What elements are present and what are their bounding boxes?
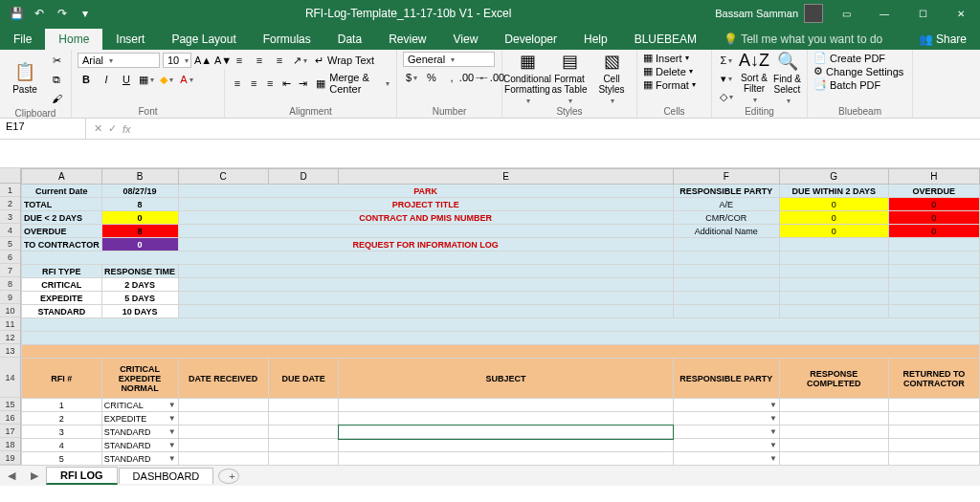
inc-decimal-icon[interactable]: .00→ bbox=[463, 69, 480, 86]
align-top-icon[interactable]: ≡ bbox=[231, 52, 248, 69]
col-header[interactable]: G bbox=[779, 169, 888, 185]
add-sheet-button[interactable]: + bbox=[218, 469, 239, 484]
minimize-icon[interactable]: — bbox=[865, 0, 903, 27]
cell[interactable]: TO CONTRACTOR bbox=[22, 238, 102, 251]
cell[interactable] bbox=[178, 439, 268, 452]
format-cells-button[interactable]: ▦ Format ▾ bbox=[643, 78, 696, 91]
cell-dropdown[interactable]: CRITICAL▼ bbox=[101, 399, 178, 412]
chevron-down-icon[interactable]: ▼ bbox=[769, 441, 777, 449]
user-name[interactable]: Bassam Samman bbox=[715, 8, 798, 19]
cell[interactable] bbox=[888, 439, 979, 452]
col-header[interactable]: C bbox=[178, 169, 268, 185]
cell[interactable] bbox=[779, 452, 888, 466]
cell[interactable]: 0 bbox=[101, 211, 178, 225]
cell-styles-button[interactable]: ▧Cell Styles bbox=[592, 52, 631, 103]
cell[interactable] bbox=[268, 452, 339, 466]
chevron-down-icon[interactable]: ▼ bbox=[769, 427, 777, 436]
comma-icon[interactable]: , bbox=[443, 69, 460, 86]
indent-inc-icon[interactable]: ⇥ bbox=[296, 75, 309, 92]
cell[interactable]: DUE WITHIN 2 DAYS bbox=[779, 185, 888, 198]
cell[interactable] bbox=[673, 305, 779, 318]
bold-button[interactable]: B bbox=[78, 71, 95, 88]
cut-icon[interactable]: ✂ bbox=[48, 52, 65, 69]
cell[interactable]: 0 bbox=[101, 238, 178, 251]
cell[interactable]: 5 DAYS bbox=[101, 292, 178, 305]
col-header[interactable]: F bbox=[673, 169, 779, 185]
cell[interactable]: OVERDUE bbox=[22, 225, 102, 238]
cell[interactable] bbox=[779, 412, 888, 426]
tab-file[interactable]: File bbox=[0, 29, 45, 50]
name-box[interactable]: E17 bbox=[0, 119, 86, 139]
tab-insert[interactable]: Insert bbox=[102, 29, 158, 50]
cell[interactable]: PROJECT TITLE bbox=[178, 198, 673, 211]
row-header[interactable]: 12 bbox=[0, 331, 20, 344]
cell[interactable]: TOTAL bbox=[22, 198, 102, 211]
merge-center-button[interactable]: ▦ Merge & Center bbox=[312, 71, 393, 96]
fx-icon[interactable]: fx bbox=[122, 123, 131, 135]
cell[interactable]: DUE < 2 DAYS bbox=[22, 211, 102, 225]
cell[interactable] bbox=[268, 399, 339, 412]
cell[interactable]: REQUEST FOR INFORMATION LOG bbox=[178, 238, 673, 251]
cell[interactable]: RFI # bbox=[22, 359, 102, 399]
col-header[interactable]: H bbox=[888, 169, 979, 185]
tab-developer[interactable]: Developer bbox=[491, 29, 570, 50]
row-header[interactable]: 4 bbox=[0, 224, 20, 237]
cell[interactable] bbox=[673, 278, 779, 292]
increase-font-icon[interactable]: A▲ bbox=[194, 52, 212, 69]
tell-me[interactable]: 💡 Tell me what you want to do bbox=[710, 29, 896, 50]
batch-pdf-button[interactable]: 📑 Batch PDF bbox=[813, 78, 880, 91]
conditional-formatting-button[interactable]: ▦Conditional Formatting bbox=[508, 52, 546, 103]
cell[interactable] bbox=[888, 251, 979, 265]
underline-button[interactable]: U bbox=[118, 71, 135, 88]
format-as-table-button[interactable]: ▤Format as Table bbox=[550, 52, 589, 103]
cell-dropdown[interactable]: ▼ bbox=[673, 399, 779, 412]
row-header[interactable]: 18 bbox=[0, 438, 20, 451]
row-header[interactable]: 6 bbox=[0, 251, 20, 264]
redo-icon[interactable]: ↷ bbox=[54, 5, 71, 22]
col-header[interactable]: E bbox=[339, 169, 673, 185]
align-left-icon[interactable]: ≡ bbox=[231, 75, 244, 92]
cell[interactable]: 8 bbox=[101, 198, 178, 211]
cell[interactable] bbox=[178, 225, 673, 238]
cell[interactable] bbox=[673, 238, 779, 251]
tab-help[interactable]: Help bbox=[570, 29, 621, 50]
cell[interactable] bbox=[888, 426, 979, 439]
tab-data[interactable]: Data bbox=[324, 29, 375, 50]
tab-bluebeam[interactable]: BLUEBEAM bbox=[621, 29, 710, 50]
select-all-corner[interactable] bbox=[0, 168, 20, 184]
cell[interactable] bbox=[888, 265, 979, 278]
align-bottom-icon[interactable]: ≡ bbox=[271, 52, 288, 69]
qat-customize-icon[interactable]: ▾ bbox=[77, 5, 94, 22]
paste-button[interactable]: 📋Paste bbox=[6, 52, 44, 103]
tab-home[interactable]: Home bbox=[45, 29, 102, 50]
cell[interactable]: A/E bbox=[673, 198, 779, 211]
cell[interactable] bbox=[22, 318, 980, 332]
tab-view[interactable]: View bbox=[440, 29, 492, 50]
cell[interactable]: 1 bbox=[22, 399, 102, 412]
cell[interactable]: 08/27/19 bbox=[101, 185, 178, 198]
tab-page-layout[interactable]: Page Layout bbox=[158, 29, 249, 50]
user-avatar-icon[interactable] bbox=[804, 4, 823, 23]
cell[interactable] bbox=[22, 332, 980, 345]
cell[interactable]: 8 bbox=[101, 225, 178, 238]
cell[interactable] bbox=[178, 292, 673, 305]
change-settings-button[interactable]: ⚙ Change Settings bbox=[813, 65, 903, 77]
font-name-select[interactable]: Arial bbox=[78, 53, 160, 68]
cell[interactable] bbox=[779, 251, 888, 265]
cell[interactable] bbox=[339, 452, 673, 466]
chevron-down-icon[interactable]: ▼ bbox=[769, 454, 777, 463]
cell[interactable]: 4 bbox=[22, 439, 102, 452]
formula-bar-expand[interactable] bbox=[0, 140, 980, 168]
cell[interactable] bbox=[779, 292, 888, 305]
orientation-icon[interactable]: ↗ bbox=[291, 52, 308, 69]
create-pdf-button[interactable]: 📄 Create PDF bbox=[813, 52, 885, 64]
cell[interactable] bbox=[178, 426, 268, 439]
cell[interactable]: EXPEDITE bbox=[22, 292, 102, 305]
cell[interactable] bbox=[178, 265, 673, 278]
cell[interactable] bbox=[178, 452, 268, 466]
delete-cells-button[interactable]: ▦ Delete ▾ bbox=[643, 65, 693, 77]
worksheet[interactable]: A B C D E F G H Current Date 08/27/19 PA… bbox=[21, 168, 980, 465]
cell-dropdown[interactable]: ▼ bbox=[673, 412, 779, 426]
cell[interactable]: 0 bbox=[779, 225, 888, 238]
clear-icon[interactable]: ◇ bbox=[718, 88, 735, 105]
